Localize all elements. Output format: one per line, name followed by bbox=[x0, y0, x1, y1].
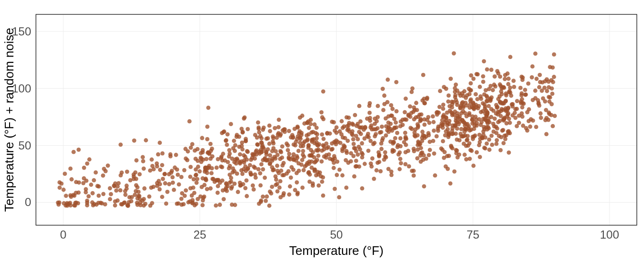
data-point bbox=[360, 141, 364, 146]
data-point bbox=[261, 158, 265, 162]
data-point bbox=[176, 172, 180, 177]
data-point bbox=[381, 108, 386, 112]
data-point bbox=[389, 103, 393, 107]
data-point bbox=[63, 172, 67, 176]
data-point bbox=[369, 164, 374, 169]
data-point bbox=[351, 154, 356, 158]
data-point bbox=[291, 158, 296, 162]
data-point bbox=[435, 110, 439, 115]
data-point bbox=[270, 165, 274, 170]
data-point bbox=[473, 115, 478, 119]
data-point bbox=[552, 75, 556, 79]
data-point bbox=[498, 75, 502, 79]
data-point bbox=[423, 123, 427, 127]
data-point bbox=[376, 104, 380, 108]
data-point bbox=[206, 105, 210, 110]
data-point bbox=[539, 111, 543, 115]
data-point bbox=[520, 101, 525, 105]
data-point bbox=[296, 191, 300, 195]
data-point bbox=[529, 117, 533, 122]
data-point bbox=[396, 143, 400, 148]
data-point bbox=[407, 164, 411, 169]
data-point bbox=[462, 142, 466, 146]
data-point bbox=[421, 73, 426, 77]
data-point bbox=[345, 138, 350, 143]
data-point bbox=[257, 130, 261, 135]
data-point bbox=[252, 152, 256, 157]
data-point bbox=[201, 148, 205, 152]
data-point bbox=[77, 148, 81, 152]
data-point bbox=[503, 77, 507, 81]
data-point bbox=[481, 80, 485, 84]
data-point bbox=[155, 164, 159, 169]
data-point bbox=[273, 155, 277, 159]
data-point bbox=[386, 78, 390, 82]
data-point bbox=[297, 149, 301, 153]
data-point bbox=[312, 169, 317, 173]
data-point bbox=[437, 105, 442, 109]
data-point bbox=[481, 117, 485, 121]
data-point bbox=[231, 166, 235, 171]
data-point bbox=[165, 190, 170, 194]
data-point bbox=[422, 153, 426, 158]
data-point bbox=[493, 116, 497, 121]
data-point bbox=[182, 202, 186, 207]
data-point bbox=[512, 85, 516, 89]
data-point bbox=[386, 115, 391, 119]
data-point bbox=[263, 175, 267, 180]
data-point bbox=[353, 113, 357, 117]
data-point bbox=[101, 192, 105, 196]
data-point bbox=[260, 150, 264, 154]
data-point bbox=[208, 186, 213, 191]
data-point bbox=[174, 153, 178, 157]
data-point bbox=[362, 137, 367, 141]
data-point bbox=[380, 125, 384, 129]
data-point bbox=[160, 163, 164, 167]
data-point bbox=[298, 135, 302, 139]
data-point bbox=[240, 127, 244, 131]
data-point bbox=[441, 139, 445, 143]
data-point bbox=[261, 195, 265, 199]
x-tick-labels: 0255075100 bbox=[60, 228, 619, 241]
data-point bbox=[316, 148, 321, 152]
data-point bbox=[444, 164, 448, 169]
data-point bbox=[505, 121, 509, 126]
data-point bbox=[412, 173, 416, 178]
data-point bbox=[551, 124, 555, 128]
data-point bbox=[265, 158, 269, 162]
data-point bbox=[287, 152, 291, 156]
data-point bbox=[188, 175, 193, 179]
points bbox=[56, 51, 557, 208]
data-point bbox=[527, 107, 531, 112]
data-point bbox=[335, 173, 339, 177]
data-point bbox=[531, 98, 535, 102]
data-point bbox=[81, 181, 86, 185]
data-point bbox=[225, 143, 229, 147]
data-point bbox=[136, 196, 140, 200]
data-point bbox=[321, 89, 325, 93]
data-point bbox=[256, 126, 261, 130]
data-point bbox=[293, 143, 298, 148]
data-point bbox=[158, 168, 162, 172]
data-point bbox=[125, 184, 129, 188]
data-point bbox=[450, 113, 455, 117]
data-point bbox=[455, 100, 459, 104]
data-point bbox=[466, 134, 470, 138]
data-point bbox=[450, 105, 454, 110]
data-point bbox=[160, 195, 164, 199]
data-point bbox=[469, 73, 473, 78]
data-point bbox=[194, 202, 198, 206]
data-point bbox=[545, 89, 549, 93]
data-point bbox=[307, 132, 311, 137]
data-point bbox=[439, 121, 444, 126]
data-point bbox=[425, 96, 429, 100]
data-point bbox=[431, 115, 435, 119]
data-point bbox=[333, 128, 337, 133]
data-point bbox=[452, 51, 456, 56]
data-point bbox=[459, 127, 463, 131]
data-point bbox=[404, 117, 409, 122]
data-point bbox=[208, 157, 213, 161]
data-point bbox=[307, 126, 311, 130]
data-point bbox=[85, 198, 89, 203]
y-axis-title: Temperature (°F) + random noise bbox=[2, 28, 16, 212]
